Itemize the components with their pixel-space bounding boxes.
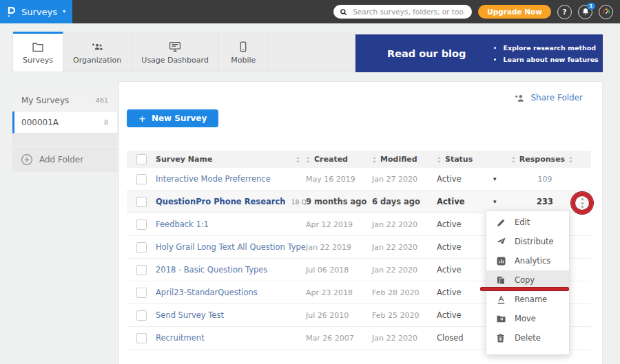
context-menu-item[interactable]: Edit — [486, 213, 569, 232]
responses-cell: 233 — [521, 197, 569, 206]
status-cell: Active — [437, 265, 493, 275]
tab[interactable]: Surveys — [13, 32, 63, 72]
notifications-button[interactable]: 1 — [578, 5, 592, 19]
blog-banner-bullets: Explore research method Learn about new … — [495, 42, 598, 65]
context-menu-item-label: Move — [515, 314, 536, 323]
row-checkbox[interactable] — [136, 174, 147, 184]
row-checkbox[interactable] — [136, 310, 147, 321]
context-menu-item-label: Rename — [515, 295, 547, 304]
survey-name-link[interactable]: April23-StandarQuestions — [156, 288, 258, 297]
status-cell: Active — [437, 197, 493, 206]
rename-icon — [497, 295, 506, 304]
search-input[interactable] — [351, 7, 466, 17]
tab[interactable]: Mobile — [219, 32, 269, 72]
survey-name-link[interactable]: 2018 - Basic Question Types — [156, 265, 267, 275]
sort-icon[interactable] — [511, 156, 516, 163]
sidebar-folder-item[interactable]: 000001A 8 — [12, 111, 117, 133]
usage-dashboard-icon — [169, 41, 181, 52]
folder-label: My Surveys — [21, 96, 69, 105]
status-cell: Active — [437, 310, 493, 320]
sort-icon[interactable] — [568, 156, 573, 163]
tab[interactable]: Usage Dashboard — [132, 32, 218, 72]
row-checkbox[interactable] — [136, 242, 147, 253]
created-cell: Jan 22 2019 — [306, 243, 372, 252]
new-survey-button[interactable]: + New Survey — [127, 109, 218, 127]
question-mark-icon: ? — [562, 8, 566, 17]
survey-name-link[interactable]: Send Survey Test — [156, 310, 224, 320]
trash-icon — [497, 334, 506, 343]
context-menu-item[interactable]: Copy — [486, 270, 569, 290]
sort-icon[interactable] — [306, 156, 311, 163]
tab-label: Organization — [73, 56, 121, 65]
context-menu-item[interactable]: Analytics — [486, 251, 569, 270]
feedback-gauge-button[interactable] — [599, 5, 613, 19]
sort-icon[interactable] — [372, 156, 377, 163]
context-menu-item[interactable]: Move — [486, 309, 569, 328]
blog-banner-title: Read our blog — [387, 48, 466, 59]
folder-count: 8 — [104, 118, 108, 126]
row-checkbox[interactable] — [136, 333, 147, 343]
status-cell: Active — [437, 288, 493, 297]
share-folder-button[interactable]: Share Folder — [514, 93, 583, 103]
status-cell: Active — [437, 242, 493, 252]
context-menu-item[interactable]: Delete — [486, 328, 569, 347]
modified-cell: Jan 22 2020 — [372, 243, 437, 252]
survey-name-link[interactable]: Interactive Mode Preferrence — [156, 174, 271, 184]
column-created: Created — [314, 155, 348, 164]
survey-name-link[interactable]: Holy Grail Long Text All Question Types — [156, 242, 306, 252]
row-checkbox[interactable] — [136, 265, 147, 275]
table-row[interactable]: Interactive Mode Preferrence May 16 2019… — [127, 168, 591, 191]
created-cell: Mar 26 2007 — [306, 334, 372, 343]
status-cell: Active — [437, 174, 493, 184]
table-header: Survey Name Created Modified Status — [127, 151, 591, 168]
blog-banner-bullet: Learn about new features — [503, 54, 598, 65]
row-checkbox[interactable] — [136, 197, 147, 207]
sort-icon[interactable] — [437, 156, 442, 163]
context-menu-item-label: Edit — [515, 217, 530, 227]
share-folder-label: Share Folder — [530, 93, 583, 103]
folders-sidebar: My Surveys 461 000001A 8 Add Folder — [12, 89, 117, 172]
row-checkbox[interactable] — [136, 220, 147, 230]
copy-icon — [497, 276, 506, 285]
survey-name-link[interactable]: QuestionPro Phone Research — [156, 197, 285, 206]
plus-icon: + — [138, 114, 146, 124]
sort-icon[interactable] — [296, 156, 300, 163]
caret-down-icon[interactable]: ▾ — [493, 198, 497, 205]
global-search — [333, 5, 472, 19]
tab-label: Mobile — [231, 56, 256, 65]
mobile-icon — [237, 41, 249, 52]
row-checkbox[interactable] — [136, 288, 147, 298]
caret-down-icon[interactable]: ▾ — [493, 175, 497, 182]
product-menu-button[interactable]: Surveys ▾ — [0, 0, 72, 23]
status-cell: Active — [437, 220, 493, 229]
survey-name-link[interactable]: Recruitment — [156, 333, 205, 343]
created-cell: May 16 2019 — [306, 175, 372, 184]
context-menu-item-label: Copy — [515, 275, 535, 285]
tab-label: Surveys — [23, 56, 53, 65]
tab-label: Usage Dashboard — [141, 56, 208, 65]
blog-banner[interactable]: Read our blog Explore research method Le… — [355, 34, 603, 72]
survey-name-link[interactable]: Feedback 1:1 — [156, 220, 209, 229]
row-actions-button[interactable] — [577, 195, 587, 211]
context-menu-item-label: Delete — [515, 333, 541, 343]
created-cell: Jul 06 2018 — [306, 266, 372, 275]
upgrade-now-button[interactable]: Upgrade Now — [478, 5, 551, 19]
context-menu-item[interactable]: Rename — [486, 290, 569, 309]
questionpro-logo-icon — [7, 6, 16, 18]
modified-cell: Jan 22 2020 — [372, 220, 437, 229]
folder-icon — [32, 41, 44, 52]
organization-icon — [91, 41, 103, 52]
select-all-checkbox[interactable] — [136, 154, 147, 164]
tab[interactable]: Organization — [63, 32, 132, 72]
column-modified: Modified — [380, 155, 417, 164]
responses-cell: 109 — [521, 175, 569, 184]
sidebar-folder-item[interactable]: My Surveys 461 — [12, 89, 117, 111]
created-cell: Apr 12 2019 — [306, 220, 372, 229]
pencil-icon — [497, 218, 506, 227]
modified-cell: Feb 28 2020 — [372, 288, 437, 297]
help-button[interactable]: ? — [557, 5, 572, 19]
app-window: Surveys ▾ Upgrade Now ? 1 — [0, 0, 620, 364]
add-folder-button[interactable]: Add Folder — [12, 147, 117, 172]
context-menu-item[interactable]: Distribute — [486, 232, 569, 251]
created-cell: Jul 26 2010 — [306, 311, 372, 320]
